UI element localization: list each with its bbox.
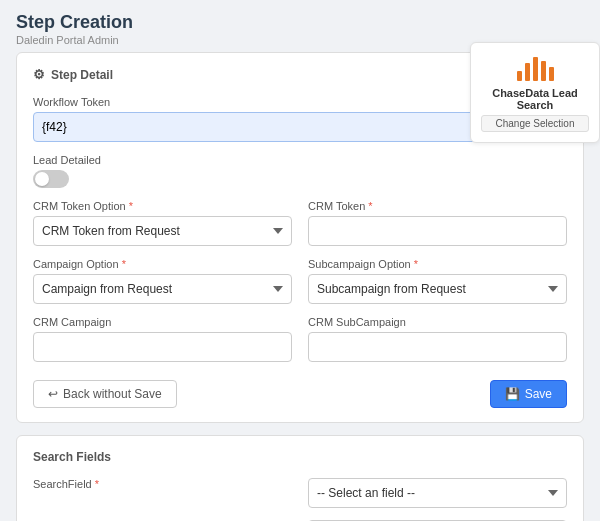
lead-detailed-toggle[interactable] xyxy=(33,170,69,188)
back-icon: ↩ xyxy=(48,387,58,401)
change-selection-button[interactable]: Change Selection xyxy=(481,115,589,132)
search-field-select[interactable]: -- Select an field -- xyxy=(308,478,567,508)
crm-campaign-input[interactable] xyxy=(33,332,292,362)
lead-detailed-toggle-wrapper xyxy=(33,170,567,188)
crm-token-option-select[interactable]: CRM Token from Request xyxy=(33,216,292,246)
back-without-save-button[interactable]: ↩ Back without Save xyxy=(33,380,177,408)
save-icon: 💾 xyxy=(505,387,520,401)
workflow-token-input[interactable] xyxy=(33,112,533,142)
crm-token-option-label: CRM Token Option * xyxy=(33,200,292,212)
service-icon xyxy=(515,53,555,83)
subcampaign-option-select[interactable]: Subcampaign from Request xyxy=(308,274,567,304)
subcampaign-option-label: Subcampaign Option * xyxy=(308,258,567,270)
crm-token-label: CRM Token * xyxy=(308,200,567,212)
svg-rect-4 xyxy=(549,67,554,81)
svg-rect-0 xyxy=(517,71,522,81)
action-row: ↩ Back without Save 💾 Save xyxy=(33,376,567,408)
crm-subcampaign-input[interactable] xyxy=(308,332,567,362)
campaign-option-select[interactable]: Campaign from Request xyxy=(33,274,292,304)
crm-campaign-label: CRM Campaign xyxy=(33,316,292,328)
svg-rect-3 xyxy=(541,61,546,81)
service-name: ChaseData Lead Search xyxy=(481,87,589,111)
svg-rect-1 xyxy=(525,63,530,81)
save-button[interactable]: 💾 Save xyxy=(490,380,567,408)
campaign-option-label: Campaign Option * xyxy=(33,258,292,270)
search-field-label: SearchField * xyxy=(33,478,292,490)
lead-detailed-label: Lead Detailed xyxy=(33,154,567,166)
step-detail-icon: ⚙ xyxy=(33,67,45,82)
page-title: Step Creation xyxy=(16,12,584,33)
crm-subcampaign-label: CRM SubCampaign xyxy=(308,316,567,328)
svg-rect-2 xyxy=(533,57,538,81)
search-fields-panel: Search Fields SearchField * -- Select an… xyxy=(16,435,584,521)
service-card: ChaseData Lead Search Change Selection xyxy=(470,42,600,143)
search-fields-title: Search Fields xyxy=(33,450,567,464)
crm-token-input[interactable] xyxy=(308,216,567,246)
